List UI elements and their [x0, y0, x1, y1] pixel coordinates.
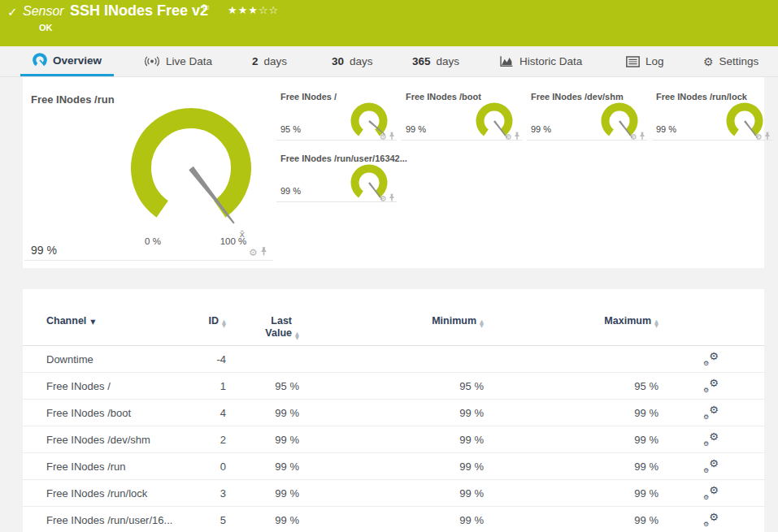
column-header-min[interactable]: Minimum▲▼	[299, 315, 484, 328]
channel-settings-gears-icon[interactable]: ⚙⚙	[704, 486, 719, 499]
tab-label: Historic Data	[519, 55, 582, 67]
table-row-free-inodes-boot: Free INodes /boot 4 99 % 99 % 99 % ⚙⚙	[23, 400, 764, 426]
divider	[24, 260, 273, 261]
gauge-pin-icon[interactable]	[389, 191, 395, 205]
sort-toggle-icon: ▲▼	[654, 320, 658, 328]
gauge-settings-gear-icon[interactable]: ⚙	[380, 132, 387, 141]
channel-settings-gears-icon[interactable]: ⚙⚙	[704, 352, 719, 365]
cell-minimum: 99 %	[299, 514, 484, 526]
gauge-min-label: 0 %	[128, 236, 177, 246]
cell-id: 3	[193, 487, 226, 500]
tab-label: Log	[645, 55, 664, 67]
column-header-id[interactable]: ID▲▼	[193, 315, 226, 328]
channel-settings-gears-icon[interactable]: ⚙⚙	[704, 459, 719, 472]
sensor-header: ✓ Sensor SSH INodes Free v2 ⚐ ★★★☆☆ OK	[0, 0, 778, 46]
cell-maximum: 99 %	[484, 461, 658, 473]
tab-365-days[interactable]: 365days	[400, 46, 472, 76]
gauge-pin-icon[interactable]	[389, 129, 395, 144]
priority-stars[interactable]: ★★★☆☆	[228, 4, 279, 16]
tab-label: Settings	[719, 55, 759, 67]
cell-channel[interactable]: Free INodes /run/user/16...	[23, 514, 193, 526]
table-row-free-inodes-run: Free INodes /run 0 99 % 99 % 99 % ⚙⚙	[23, 453, 764, 480]
cell-last-value: 99 %	[226, 434, 299, 446]
table-row-free-inodes-run-lock: Free INodes /run/lock 3 99 % 99 % 99 % ⚙…	[23, 480, 764, 507]
small-gauge-title: Free INodes /	[280, 92, 337, 102]
status-ok-check-icon: ✓	[7, 5, 18, 19]
column-label: Last Value	[258, 315, 292, 340]
channel-settings-gears-icon[interactable]: ⚙⚙	[704, 378, 719, 391]
tab-label: days	[264, 55, 288, 67]
table-row-free-inodes-dev-shm: Free INodes /dev/shm 2 99 % 99 % 99 % ⚙⚙	[23, 426, 764, 453]
cell-maximum: 99 %	[484, 487, 658, 500]
tab-30-days[interactable]: 30days	[319, 46, 385, 76]
small-gauge-value: 99 %	[280, 186, 301, 196]
tab-historic-data[interactable]: Historic Data	[488, 46, 594, 76]
cell-maximum: 99 %	[484, 434, 658, 446]
column-label: Maximum	[604, 315, 651, 327]
small-gauge-free-inodes-dev-shm[interactable]: Free INodes /dev/shm 99 % ⚙	[527, 90, 647, 141]
small-gauge-value: 99 %	[406, 124, 426, 134]
gauge-icon	[33, 53, 47, 67]
gauge-pin-icon[interactable]	[260, 245, 267, 260]
tab-settings[interactable]: ⚙Settings	[691, 46, 771, 76]
overview-gauges-panel: Free INodes /run x̄ 0 % 100 % 99 % ⚙ Fre…	[23, 77, 764, 268]
small-gauge-free-inodes-boot[interactable]: Free INodes /boot 99 % ⚙	[402, 90, 522, 141]
cell-channel[interactable]: Free INodes /run	[23, 461, 193, 473]
historic-data-chart-icon	[500, 55, 514, 67]
channel-settings-gears-icon[interactable]: ⚙⚙	[704, 405, 719, 418]
gauge-settings-gear-icon[interactable]: ⚙	[505, 132, 512, 141]
small-gauge-value: 95 %	[280, 124, 301, 134]
status-badge: OK	[39, 23, 53, 32]
column-label: ID	[209, 315, 219, 327]
sort-toggle-icon: ▲▼	[295, 332, 299, 340]
cell-maximum: 99 %	[484, 514, 658, 526]
channel-settings-gears-icon[interactable]: ⚙⚙	[704, 513, 719, 526]
small-gauge-free-inodes-run-user-16342[interactable]: Free INodes /run/user/16342... 99 % ⚙	[276, 152, 397, 202]
cell-maximum: 99 %	[484, 407, 658, 419]
cell-minimum: 99 %	[299, 461, 484, 473]
cell-channel[interactable]: Free INodes /dev/shm	[23, 434, 193, 446]
column-label: Channel	[46, 315, 86, 327]
column-header-max[interactable]: Maximum▲▼	[484, 315, 658, 328]
cell-channel[interactable]: Free INodes /run/lock	[23, 487, 193, 500]
cell-channel[interactable]: Free INodes /	[23, 380, 193, 392]
cell-id: -4	[193, 353, 226, 365]
tab-overview[interactable]: Overview	[20, 46, 114, 76]
cell-last-value: 95 %	[226, 380, 299, 392]
broadcast-icon	[144, 55, 160, 67]
cell-id: 5	[193, 514, 226, 526]
gauge-settings-gear-icon[interactable]: ⚙	[630, 132, 637, 141]
tab-log[interactable]: Log	[614, 46, 676, 76]
column-label: Minimum	[432, 315, 476, 327]
gauge-pin-icon[interactable]	[764, 129, 771, 144]
flag-icon[interactable]: ⚐	[202, 2, 211, 14]
table-row-free-inodes: Free INodes / 1 95 % 95 % 95 % ⚙⚙	[23, 373, 764, 400]
small-gauge-value: 99 %	[531, 124, 551, 134]
gauge-settings-gear-icon[interactable]: ⚙	[380, 194, 387, 203]
cell-channel[interactable]: Downtime	[23, 353, 193, 365]
cell-channel[interactable]: Free INodes /boot	[23, 407, 193, 419]
gauge-settings-gear-icon[interactable]: ⚙	[755, 132, 763, 141]
tab-2-days[interactable]: 2days	[240, 46, 299, 76]
primary-gauge-chart: x̄	[102, 91, 280, 257]
tab-number: 2	[252, 55, 259, 67]
small-gauge-free-inodes-run-lock[interactable]: Free INodes /run/lock 99 % ⚙	[652, 90, 772, 141]
tab-label: Live Data	[166, 55, 212, 67]
gauge-pin-icon[interactable]	[514, 129, 520, 144]
column-header-channel[interactable]: Channel▼	[23, 315, 193, 328]
tab-label: days	[350, 55, 373, 67]
sort-desc-icon: ▼	[90, 318, 95, 326]
channel-settings-gears-icon[interactable]: ⚙⚙	[704, 432, 719, 445]
gauge-pin-icon[interactable]	[639, 129, 645, 144]
gauge-settings-gear-icon[interactable]: ⚙	[249, 247, 258, 258]
small-gauge-free-inodes[interactable]: Free INodes / 95 % ⚙	[276, 90, 397, 141]
tab-strip: Overview Live Data2days30days365days His…	[0, 46, 778, 77]
tab-number: 365	[412, 55, 431, 67]
sensor-title: SSH INodes Free v2	[70, 2, 208, 19]
settings-gear-icon: ⚙	[703, 55, 714, 68]
log-icon	[626, 56, 640, 67]
cell-maximum: 95 %	[484, 380, 658, 392]
column-header-last[interactable]: Last Value▲▼	[226, 315, 299, 340]
tab-live-data[interactable]: Live Data	[132, 46, 224, 76]
cell-last-value: 99 %	[226, 487, 299, 500]
